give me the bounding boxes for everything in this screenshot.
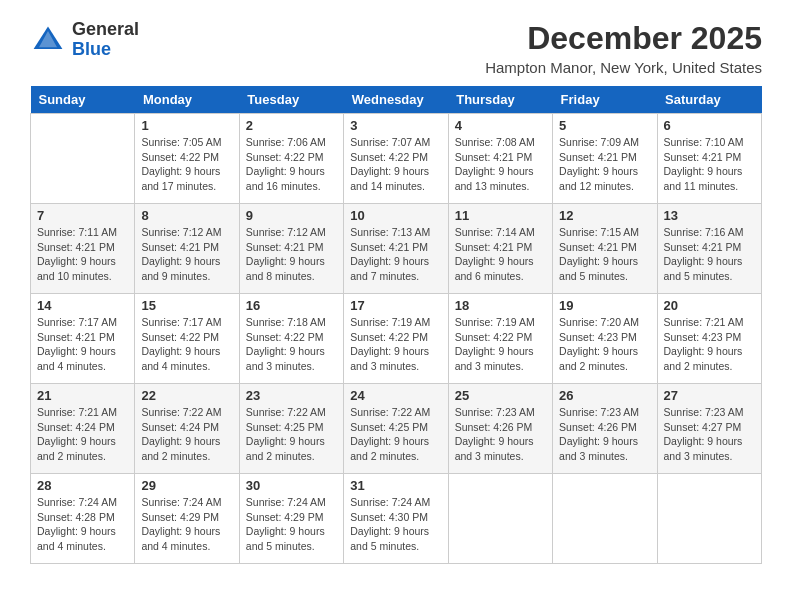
day-info: Sunrise: 7:23 AMSunset: 4:26 PMDaylight:… xyxy=(559,405,650,464)
calendar-table: SundayMondayTuesdayWednesdayThursdayFrid… xyxy=(30,86,762,564)
calendar-cell: 4Sunrise: 7:08 AMSunset: 4:21 PMDaylight… xyxy=(448,114,552,204)
page-header: General Blue December 2025 Hampton Manor… xyxy=(30,20,762,76)
day-number: 6 xyxy=(664,118,755,133)
calendar-cell: 21Sunrise: 7:21 AMSunset: 4:24 PMDayligh… xyxy=(31,384,135,474)
calendar-cell: 28Sunrise: 7:24 AMSunset: 4:28 PMDayligh… xyxy=(31,474,135,564)
day-number: 9 xyxy=(246,208,337,223)
day-info: Sunrise: 7:19 AMSunset: 4:22 PMDaylight:… xyxy=(455,315,546,374)
day-number: 3 xyxy=(350,118,441,133)
calendar-cell: 5Sunrise: 7:09 AMSunset: 4:21 PMDaylight… xyxy=(553,114,657,204)
calendar-cell: 31Sunrise: 7:24 AMSunset: 4:30 PMDayligh… xyxy=(344,474,448,564)
day-number: 19 xyxy=(559,298,650,313)
day-number: 13 xyxy=(664,208,755,223)
location: Hampton Manor, New York, United States xyxy=(485,59,762,76)
day-info: Sunrise: 7:07 AMSunset: 4:22 PMDaylight:… xyxy=(350,135,441,194)
day-number: 7 xyxy=(37,208,128,223)
calendar-cell: 2Sunrise: 7:06 AMSunset: 4:22 PMDaylight… xyxy=(239,114,343,204)
day-number: 29 xyxy=(141,478,232,493)
day-info: Sunrise: 7:06 AMSunset: 4:22 PMDaylight:… xyxy=(246,135,337,194)
day-number: 4 xyxy=(455,118,546,133)
day-info: Sunrise: 7:20 AMSunset: 4:23 PMDaylight:… xyxy=(559,315,650,374)
day-info: Sunrise: 7:22 AMSunset: 4:24 PMDaylight:… xyxy=(141,405,232,464)
calendar-cell: 25Sunrise: 7:23 AMSunset: 4:26 PMDayligh… xyxy=(448,384,552,474)
calendar-cell: 26Sunrise: 7:23 AMSunset: 4:26 PMDayligh… xyxy=(553,384,657,474)
column-header-monday: Monday xyxy=(135,86,239,114)
day-number: 1 xyxy=(141,118,232,133)
calendar-cell: 14Sunrise: 7:17 AMSunset: 4:21 PMDayligh… xyxy=(31,294,135,384)
day-number: 15 xyxy=(141,298,232,313)
day-info: Sunrise: 7:13 AMSunset: 4:21 PMDaylight:… xyxy=(350,225,441,284)
logo-text: General Blue xyxy=(72,20,139,60)
month-title: December 2025 xyxy=(485,20,762,57)
logo-icon xyxy=(30,22,66,58)
calendar-cell: 10Sunrise: 7:13 AMSunset: 4:21 PMDayligh… xyxy=(344,204,448,294)
calendar-cell: 29Sunrise: 7:24 AMSunset: 4:29 PMDayligh… xyxy=(135,474,239,564)
calendar-cell: 13Sunrise: 7:16 AMSunset: 4:21 PMDayligh… xyxy=(657,204,761,294)
day-number: 30 xyxy=(246,478,337,493)
column-header-saturday: Saturday xyxy=(657,86,761,114)
day-number: 5 xyxy=(559,118,650,133)
day-number: 27 xyxy=(664,388,755,403)
title-area: December 2025 Hampton Manor, New York, U… xyxy=(485,20,762,76)
day-info: Sunrise: 7:24 AMSunset: 4:28 PMDaylight:… xyxy=(37,495,128,554)
calendar-cell: 15Sunrise: 7:17 AMSunset: 4:22 PMDayligh… xyxy=(135,294,239,384)
day-info: Sunrise: 7:05 AMSunset: 4:22 PMDaylight:… xyxy=(141,135,232,194)
calendar-cell xyxy=(448,474,552,564)
calendar-cell: 3Sunrise: 7:07 AMSunset: 4:22 PMDaylight… xyxy=(344,114,448,204)
day-number: 23 xyxy=(246,388,337,403)
day-info: Sunrise: 7:23 AMSunset: 4:26 PMDaylight:… xyxy=(455,405,546,464)
day-info: Sunrise: 7:15 AMSunset: 4:21 PMDaylight:… xyxy=(559,225,650,284)
calendar-cell: 7Sunrise: 7:11 AMSunset: 4:21 PMDaylight… xyxy=(31,204,135,294)
calendar-cell: 22Sunrise: 7:22 AMSunset: 4:24 PMDayligh… xyxy=(135,384,239,474)
day-number: 26 xyxy=(559,388,650,403)
calendar-cell: 23Sunrise: 7:22 AMSunset: 4:25 PMDayligh… xyxy=(239,384,343,474)
day-info: Sunrise: 7:17 AMSunset: 4:21 PMDaylight:… xyxy=(37,315,128,374)
calendar-week-1: 1Sunrise: 7:05 AMSunset: 4:22 PMDaylight… xyxy=(31,114,762,204)
calendar-week-5: 28Sunrise: 7:24 AMSunset: 4:28 PMDayligh… xyxy=(31,474,762,564)
day-info: Sunrise: 7:12 AMSunset: 4:21 PMDaylight:… xyxy=(141,225,232,284)
logo: General Blue xyxy=(30,20,139,60)
day-info: Sunrise: 7:23 AMSunset: 4:27 PMDaylight:… xyxy=(664,405,755,464)
day-info: Sunrise: 7:22 AMSunset: 4:25 PMDaylight:… xyxy=(350,405,441,464)
day-info: Sunrise: 7:21 AMSunset: 4:23 PMDaylight:… xyxy=(664,315,755,374)
day-info: Sunrise: 7:24 AMSunset: 4:30 PMDaylight:… xyxy=(350,495,441,554)
day-number: 11 xyxy=(455,208,546,223)
day-info: Sunrise: 7:10 AMSunset: 4:21 PMDaylight:… xyxy=(664,135,755,194)
day-number: 8 xyxy=(141,208,232,223)
day-info: Sunrise: 7:12 AMSunset: 4:21 PMDaylight:… xyxy=(246,225,337,284)
day-number: 17 xyxy=(350,298,441,313)
calendar-cell: 17Sunrise: 7:19 AMSunset: 4:22 PMDayligh… xyxy=(344,294,448,384)
day-info: Sunrise: 7:17 AMSunset: 4:22 PMDaylight:… xyxy=(141,315,232,374)
calendar-cell: 19Sunrise: 7:20 AMSunset: 4:23 PMDayligh… xyxy=(553,294,657,384)
day-number: 21 xyxy=(37,388,128,403)
day-info: Sunrise: 7:08 AMSunset: 4:21 PMDaylight:… xyxy=(455,135,546,194)
column-header-thursday: Thursday xyxy=(448,86,552,114)
calendar-cell: 24Sunrise: 7:22 AMSunset: 4:25 PMDayligh… xyxy=(344,384,448,474)
calendar-cell: 6Sunrise: 7:10 AMSunset: 4:21 PMDaylight… xyxy=(657,114,761,204)
day-number: 2 xyxy=(246,118,337,133)
calendar-cell: 12Sunrise: 7:15 AMSunset: 4:21 PMDayligh… xyxy=(553,204,657,294)
column-header-tuesday: Tuesday xyxy=(239,86,343,114)
column-header-wednesday: Wednesday xyxy=(344,86,448,114)
day-number: 16 xyxy=(246,298,337,313)
day-info: Sunrise: 7:22 AMSunset: 4:25 PMDaylight:… xyxy=(246,405,337,464)
calendar-header-row: SundayMondayTuesdayWednesdayThursdayFrid… xyxy=(31,86,762,114)
calendar-cell: 18Sunrise: 7:19 AMSunset: 4:22 PMDayligh… xyxy=(448,294,552,384)
calendar-cell xyxy=(31,114,135,204)
day-info: Sunrise: 7:14 AMSunset: 4:21 PMDaylight:… xyxy=(455,225,546,284)
day-info: Sunrise: 7:18 AMSunset: 4:22 PMDaylight:… xyxy=(246,315,337,374)
day-number: 31 xyxy=(350,478,441,493)
calendar-cell: 8Sunrise: 7:12 AMSunset: 4:21 PMDaylight… xyxy=(135,204,239,294)
day-number: 20 xyxy=(664,298,755,313)
column-header-sunday: Sunday xyxy=(31,86,135,114)
day-info: Sunrise: 7:16 AMSunset: 4:21 PMDaylight:… xyxy=(664,225,755,284)
day-info: Sunrise: 7:24 AMSunset: 4:29 PMDaylight:… xyxy=(141,495,232,554)
day-info: Sunrise: 7:11 AMSunset: 4:21 PMDaylight:… xyxy=(37,225,128,284)
calendar-cell: 11Sunrise: 7:14 AMSunset: 4:21 PMDayligh… xyxy=(448,204,552,294)
calendar-body: 1Sunrise: 7:05 AMSunset: 4:22 PMDaylight… xyxy=(31,114,762,564)
calendar-cell: 16Sunrise: 7:18 AMSunset: 4:22 PMDayligh… xyxy=(239,294,343,384)
day-info: Sunrise: 7:09 AMSunset: 4:21 PMDaylight:… xyxy=(559,135,650,194)
day-number: 22 xyxy=(141,388,232,403)
day-number: 10 xyxy=(350,208,441,223)
calendar-cell xyxy=(657,474,761,564)
